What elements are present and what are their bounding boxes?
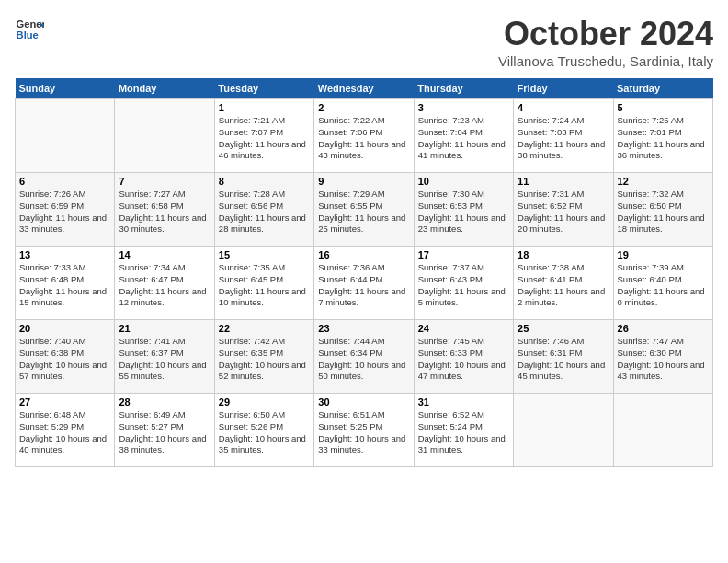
weekday-header: Thursday (414, 78, 513, 99)
day-number: 11 (518, 176, 609, 187)
day-info: Sunrise: 7:40 AM Sunset: 6:38 PM Dayligh… (19, 336, 110, 383)
day-number: 26 (618, 323, 709, 334)
day-number: 20 (19, 323, 110, 334)
title-block: October 2024 Villanova Truschedu, Sardin… (498, 15, 713, 69)
day-number: 4 (518, 102, 609, 113)
day-info: Sunrise: 7:29 AM Sunset: 6:55 PM Dayligh… (318, 189, 409, 236)
day-info: Sunrise: 7:39 AM Sunset: 6:40 PM Dayligh… (618, 262, 709, 309)
day-info: Sunrise: 6:48 AM Sunset: 5:29 PM Dayligh… (19, 409, 110, 456)
calendar-day: 12Sunrise: 7:32 AM Sunset: 6:50 PM Dayli… (613, 173, 712, 247)
day-number: 3 (418, 102, 509, 113)
calendar-day: 1Sunrise: 7:21 AM Sunset: 7:07 PM Daylig… (214, 99, 313, 173)
calendar-day: 17Sunrise: 7:37 AM Sunset: 6:43 PM Dayli… (414, 247, 513, 320)
day-number: 2 (318, 102, 409, 113)
calendar-day (16, 99, 115, 173)
day-info: Sunrise: 7:21 AM Sunset: 7:07 PM Dayligh… (219, 115, 310, 162)
day-number: 17 (418, 249, 509, 260)
day-number: 13 (19, 249, 110, 260)
weekday-header: Wednesday (314, 78, 414, 99)
calendar-day: 5Sunrise: 7:25 AM Sunset: 7:01 PM Daylig… (613, 99, 712, 173)
day-info: Sunrise: 7:36 AM Sunset: 6:44 PM Dayligh… (318, 262, 409, 309)
day-number: 10 (418, 176, 509, 187)
day-info: Sunrise: 7:22 AM Sunset: 7:06 PM Dayligh… (318, 115, 409, 162)
day-number: 30 (318, 396, 409, 408)
calendar-day: 13Sunrise: 7:33 AM Sunset: 6:48 PM Dayli… (16, 247, 115, 320)
calendar-day (514, 394, 613, 467)
calendar-week: 20Sunrise: 7:40 AM Sunset: 6:38 PM Dayli… (16, 320, 713, 394)
day-info: Sunrise: 7:46 AM Sunset: 6:31 PM Dayligh… (518, 336, 609, 383)
day-number: 25 (518, 323, 609, 334)
day-number: 27 (19, 396, 110, 408)
header-row: SundayMondayTuesdayWednesdayThursdayFrid… (16, 78, 713, 99)
day-info: Sunrise: 7:34 AM Sunset: 6:47 PM Dayligh… (119, 262, 210, 309)
day-number: 1 (219, 102, 310, 113)
day-info: Sunrise: 7:44 AM Sunset: 6:34 PM Dayligh… (318, 336, 409, 383)
calendar-day: 24Sunrise: 7:45 AM Sunset: 6:33 PM Dayli… (414, 320, 513, 394)
day-number: 19 (618, 249, 709, 260)
day-info: Sunrise: 7:38 AM Sunset: 6:41 PM Dayligh… (518, 262, 609, 309)
calendar-day (613, 394, 712, 467)
calendar-week: 1Sunrise: 7:21 AM Sunset: 7:07 PM Daylig… (16, 99, 713, 173)
day-info: Sunrise: 6:49 AM Sunset: 5:27 PM Dayligh… (119, 409, 210, 456)
calendar-day: 30Sunrise: 6:51 AM Sunset: 5:25 PM Dayli… (314, 394, 414, 467)
calendar-week: 27Sunrise: 6:48 AM Sunset: 5:29 PM Dayli… (16, 394, 713, 467)
day-info: Sunrise: 7:41 AM Sunset: 6:37 PM Dayligh… (119, 336, 210, 383)
calendar-day: 25Sunrise: 7:46 AM Sunset: 6:31 PM Dayli… (514, 320, 613, 394)
calendar-week: 6Sunrise: 7:26 AM Sunset: 6:59 PM Daylig… (16, 173, 713, 247)
day-number: 8 (219, 176, 310, 187)
calendar-day: 3Sunrise: 7:23 AM Sunset: 7:04 PM Daylig… (414, 99, 513, 173)
calendar-day: 14Sunrise: 7:34 AM Sunset: 6:47 PM Dayli… (115, 247, 214, 320)
day-number: 29 (219, 396, 310, 408)
day-info: Sunrise: 7:37 AM Sunset: 6:43 PM Dayligh… (418, 262, 509, 309)
day-number: 21 (119, 323, 210, 334)
calendar-day: 27Sunrise: 6:48 AM Sunset: 5:29 PM Dayli… (16, 394, 115, 467)
day-info: Sunrise: 7:26 AM Sunset: 6:59 PM Dayligh… (19, 189, 110, 236)
day-number: 5 (618, 102, 709, 113)
calendar-body: 1Sunrise: 7:21 AM Sunset: 7:07 PM Daylig… (16, 99, 713, 467)
calendar-day: 15Sunrise: 7:35 AM Sunset: 6:45 PM Dayli… (214, 247, 313, 320)
weekday-header: Friday (514, 78, 613, 99)
calendar-day: 8Sunrise: 7:28 AM Sunset: 6:56 PM Daylig… (214, 173, 313, 247)
day-info: Sunrise: 7:45 AM Sunset: 6:33 PM Dayligh… (418, 336, 509, 383)
weekday-header: Monday (115, 78, 214, 99)
day-number: 6 (19, 176, 110, 187)
day-info: Sunrise: 7:32 AM Sunset: 6:50 PM Dayligh… (618, 189, 709, 236)
calendar-day: 18Sunrise: 7:38 AM Sunset: 6:41 PM Dayli… (514, 247, 613, 320)
calendar-day: 23Sunrise: 7:44 AM Sunset: 6:34 PM Dayli… (314, 320, 414, 394)
day-info: Sunrise: 7:33 AM Sunset: 6:48 PM Dayligh… (19, 262, 110, 309)
svg-text:Blue: Blue (17, 29, 39, 40)
day-number: 9 (318, 176, 409, 187)
calendar-day: 31Sunrise: 6:52 AM Sunset: 5:24 PM Dayli… (414, 394, 513, 467)
calendar-day: 21Sunrise: 7:41 AM Sunset: 6:37 PM Dayli… (115, 320, 214, 394)
calendar-day: 29Sunrise: 6:50 AM Sunset: 5:26 PM Dayli… (214, 394, 313, 467)
day-number: 28 (119, 396, 210, 408)
day-info: Sunrise: 7:25 AM Sunset: 7:01 PM Dayligh… (618, 115, 709, 162)
day-info: Sunrise: 7:42 AM Sunset: 6:35 PM Dayligh… (219, 336, 310, 383)
day-number: 12 (618, 176, 709, 187)
month-title: October 2024 (498, 15, 713, 53)
day-info: Sunrise: 7:23 AM Sunset: 7:04 PM Dayligh… (418, 115, 509, 162)
day-info: Sunrise: 7:30 AM Sunset: 6:53 PM Dayligh… (418, 189, 509, 236)
calendar-day: 11Sunrise: 7:31 AM Sunset: 6:52 PM Dayli… (514, 173, 613, 247)
calendar-day: 2Sunrise: 7:22 AM Sunset: 7:06 PM Daylig… (314, 99, 414, 173)
day-number: 24 (418, 323, 509, 334)
day-info: Sunrise: 6:50 AM Sunset: 5:26 PM Dayligh… (219, 409, 310, 456)
location: Villanova Truschedu, Sardinia, Italy (498, 53, 713, 69)
logo-icon: General Blue (15, 15, 44, 44)
day-number: 31 (418, 396, 509, 408)
calendar-day: 20Sunrise: 7:40 AM Sunset: 6:38 PM Dayli… (16, 320, 115, 394)
logo: General Blue (15, 15, 44, 44)
day-number: 23 (318, 323, 409, 334)
day-info: Sunrise: 7:24 AM Sunset: 7:03 PM Dayligh… (518, 115, 609, 162)
calendar-day: 9Sunrise: 7:29 AM Sunset: 6:55 PM Daylig… (314, 173, 414, 247)
calendar-day: 6Sunrise: 7:26 AM Sunset: 6:59 PM Daylig… (16, 173, 115, 247)
calendar-day: 19Sunrise: 7:39 AM Sunset: 6:40 PM Dayli… (613, 247, 712, 320)
calendar-day: 4Sunrise: 7:24 AM Sunset: 7:03 PM Daylig… (514, 99, 613, 173)
day-info: Sunrise: 7:31 AM Sunset: 6:52 PM Dayligh… (518, 189, 609, 236)
calendar-day: 7Sunrise: 7:27 AM Sunset: 6:58 PM Daylig… (115, 173, 214, 247)
day-info: Sunrise: 6:52 AM Sunset: 5:24 PM Dayligh… (418, 409, 509, 456)
calendar-table: SundayMondayTuesdayWednesdayThursdayFrid… (15, 78, 713, 467)
page-header: General Blue October 2024 Villanova Trus… (15, 15, 713, 69)
calendar-week: 13Sunrise: 7:33 AM Sunset: 6:48 PM Dayli… (16, 247, 713, 320)
calendar-day: 26Sunrise: 7:47 AM Sunset: 6:30 PM Dayli… (613, 320, 712, 394)
